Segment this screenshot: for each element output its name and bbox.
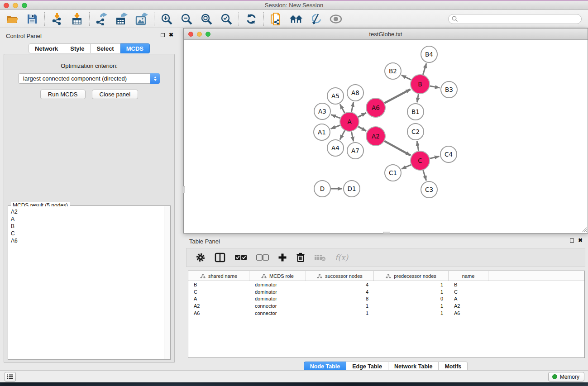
table-tab-edge-table[interactable]: Edge Table [346, 362, 388, 371]
export-image-icon[interactable] [135, 12, 148, 26]
import-table-icon[interactable] [70, 12, 84, 26]
network-edge-B-B4[interactable] [423, 63, 426, 75]
network-edge-A-A8[interactable] [351, 102, 353, 112]
network-node-A1[interactable]: A1 [314, 124, 330, 140]
network-edge-C-C4[interactable] [430, 157, 439, 159]
table-tab-motifs[interactable]: Motifs [439, 362, 468, 371]
network-node-C2[interactable]: C2 [407, 124, 424, 140]
show-column-panel-icon[interactable] [215, 253, 225, 262]
save-session-icon[interactable] [25, 12, 39, 26]
tab-mcds[interactable]: MCDS [120, 43, 150, 53]
network-node-A2[interactable]: A2 [366, 127, 385, 146]
result-scrollbar[interactable] [164, 206, 170, 359]
network-edge-A-A5[interactable] [340, 104, 344, 113]
network-edge-A2-C[interactable] [384, 141, 411, 156]
column-header-successor-nodes[interactable]: successor nodes [306, 271, 374, 281]
criterion-dropdown[interactable]: largest connected component (directed) [18, 73, 160, 84]
network-node-B4[interactable]: B4 [421, 46, 437, 62]
network-edge-B-B3[interactable] [430, 86, 440, 88]
close-panel-button[interactable]: Close panel [92, 90, 139, 99]
close-table-panel-icon[interactable]: ✖ [578, 238, 583, 243]
network-node-C[interactable]: C [411, 151, 430, 170]
open-session-icon[interactable] [5, 12, 19, 26]
network-edge-C-C2[interactable] [417, 141, 418, 151]
delete-column-trash-icon[interactable] [296, 253, 305, 262]
network-node-B2[interactable]: B2 [385, 63, 401, 79]
close-panel-icon[interactable]: ✖ [169, 33, 173, 37]
result-item[interactable]: B [11, 223, 164, 230]
network-edge-A-A7[interactable] [351, 132, 353, 142]
network-node-D1[interactable]: D1 [344, 181, 360, 197]
frame-resize-grip-left[interactable] [183, 186, 185, 193]
network-node-C1[interactable]: C1 [385, 165, 401, 181]
annotations-icon[interactable] [309, 12, 323, 26]
network-edge-A-A1[interactable] [331, 125, 340, 129]
network-node-C3[interactable]: C3 [421, 181, 437, 198]
network-edge-A-A3[interactable] [331, 115, 340, 119]
create-column-plus-icon[interactable] [278, 253, 287, 262]
table-tab-network-table[interactable]: Network Table [388, 362, 439, 371]
network-edge-A6-B[interactable] [384, 89, 410, 103]
table-row[interactable]: A2connector11A2 [188, 302, 584, 310]
network-node-B1[interactable]: B1 [407, 104, 424, 120]
frame-resize-grip-bottom[interactable] [383, 232, 390, 234]
column-header-mcds-role[interactable]: MCDS role [249, 271, 306, 281]
zoom-in-icon[interactable] [160, 12, 173, 26]
network-node-C4[interactable]: C4 [440, 146, 457, 162]
table-row[interactable]: Cdominator41C [188, 288, 584, 295]
network-node-A3[interactable]: A3 [314, 103, 330, 119]
table-settings-gear-icon[interactable] [196, 253, 206, 262]
network-node-D[interactable]: D [314, 181, 330, 197]
column-header-shared-name[interactable]: shared name [188, 271, 249, 281]
column-header-predecessor-nodes[interactable]: predecessor nodes [374, 271, 449, 281]
network-node-A8[interactable]: A8 [347, 85, 363, 101]
network-edge-C-C1[interactable] [402, 165, 411, 169]
cybrowser-home-icon[interactable] [289, 12, 303, 26]
refresh-icon[interactable] [244, 12, 258, 26]
new-network-from-selection-icon[interactable] [269, 12, 283, 26]
task-history-button[interactable] [5, 372, 16, 381]
network-node-A5[interactable]: A5 [327, 88, 344, 104]
tab-network[interactable]: Network [29, 43, 64, 53]
table-tab-node-table[interactable]: Node Table [304, 362, 346, 371]
tab-style[interactable]: Style [64, 43, 91, 53]
network-edge-B-B2[interactable] [402, 75, 411, 80]
network-edge-A-A2[interactable] [358, 127, 366, 131]
column-header-name[interactable]: name [449, 271, 488, 281]
network-node-B3[interactable]: B3 [441, 81, 457, 98]
import-network-icon[interactable] [50, 12, 64, 26]
network-node-B[interactable]: B [411, 75, 430, 94]
zoom-out-icon[interactable] [180, 12, 193, 26]
zoom-selected-icon[interactable] [220, 12, 233, 26]
network-window-titlebar[interactable]: testGlobe.txt [184, 29, 588, 40]
deselect-all-columns-icon[interactable] [256, 254, 269, 261]
network-node-A7[interactable]: A7 [347, 143, 363, 159]
result-item[interactable]: A6 [11, 237, 164, 244]
zoom-fit-icon[interactable] [200, 12, 213, 26]
float-panel-icon[interactable] [161, 33, 165, 37]
result-item[interactable]: C [11, 230, 164, 237]
result-item[interactable]: A [11, 215, 164, 223]
network-canvas[interactable]: B4B2BB3A8A5A6A3B1AA1C2A2A4A7C4CC1C3DD1 [184, 40, 588, 233]
mcds-result-list[interactable]: A2ABCA6 [9, 206, 164, 359]
table-row[interactable]: Adominator80A [188, 295, 584, 302]
node-table[interactable]: shared nameMCDS rolesuccessor nodesprede… [188, 271, 585, 358]
frame-resize-grip-corner[interactable] [581, 227, 587, 233]
table-row[interactable]: Bdominator41B [188, 281, 584, 288]
export-network-icon[interactable] [95, 12, 109, 26]
run-mcds-button[interactable]: Run MCDS [40, 90, 86, 99]
level-of-detail-eye-icon[interactable] [329, 12, 343, 26]
network-node-A6[interactable]: A6 [366, 98, 385, 117]
select-all-columns-icon[interactable] [234, 254, 247, 261]
tab-select[interactable]: Select [91, 43, 120, 53]
network-edge-B-B1[interactable] [417, 94, 418, 103]
network-edge-A-A4[interactable] [340, 130, 345, 139]
result-item[interactable]: A2 [11, 208, 164, 215]
float-table-panel-icon[interactable] [570, 238, 574, 243]
network-node-A4[interactable]: A4 [327, 140, 344, 156]
network-edge-A-A6[interactable] [358, 113, 366, 117]
memory-button[interactable]: Memory [548, 372, 584, 381]
network-node-A[interactable]: A [340, 112, 359, 131]
search-input[interactable] [448, 14, 582, 24]
export-table-icon[interactable] [115, 12, 129, 26]
